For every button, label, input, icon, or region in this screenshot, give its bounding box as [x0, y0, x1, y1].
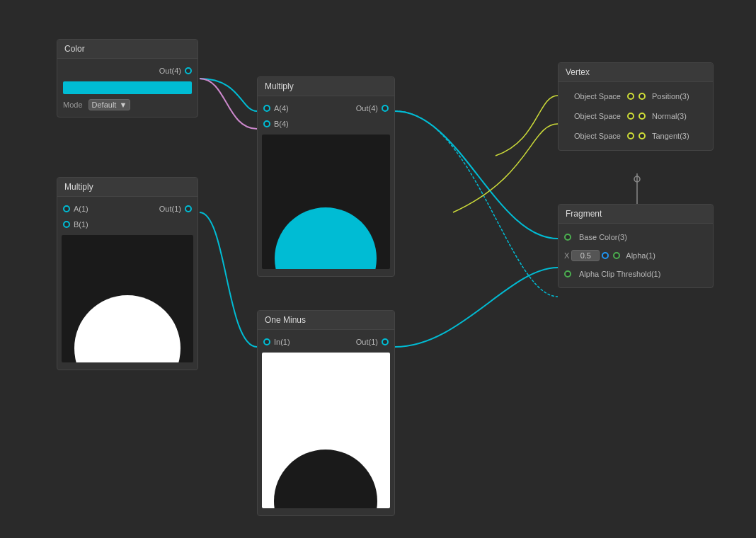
fragment-alpha-left-port[interactable] — [602, 252, 609, 259]
fragment-basecolor-label: Base Color(3) — [579, 233, 627, 241]
vertex-normal-label: Normal(3) — [652, 112, 707, 120]
multiply1-a-port[interactable] — [63, 205, 70, 212]
vertex-position-label: Position(3) — [652, 92, 707, 101]
fragment-alpha-right-port[interactable] — [613, 252, 620, 259]
multiply1-out-port[interactable] — [185, 205, 192, 212]
vertex-normal-row: Object Space Normal(3) — [559, 106, 713, 126]
fragment-node: Fragment Base Color(3) X Alpha(1) Alpha … — [558, 204, 714, 288]
multiply2-out-port[interactable] — [382, 105, 389, 112]
oneminus-in-label: In(1) — [274, 338, 290, 346]
multiply1-out-label: Out(1) — [159, 205, 181, 213]
multiply2-a-port[interactable] — [263, 105, 270, 112]
multiply1-b-label: B(1) — [74, 220, 88, 229]
svg-point-7 — [634, 176, 640, 182]
fragment-title: Fragment — [566, 209, 602, 219]
fragment-alphaclip-row: Alpha Clip Threshold(1) — [559, 265, 713, 283]
vertex-tangent-right-port[interactable] — [638, 132, 646, 139]
vertex-title: Vertex — [566, 67, 590, 77]
multiply2-b-label: B(4) — [274, 120, 289, 128]
oneminus-header: One Minus — [258, 311, 394, 330]
multiply1-a-row: A(1) Out(1) — [57, 201, 197, 217]
multiply2-b-port[interactable] — [263, 120, 270, 127]
color-out-row: Out(4) — [57, 63, 197, 79]
oneminus-node: One Minus In(1) Out(1) — [257, 310, 395, 516]
multiply1-header: Multiply — [57, 178, 197, 197]
fragment-x-label: X — [564, 251, 569, 260]
multiply2-header: Multiply — [258, 77, 394, 96]
multiply2-node: Multiply A(4) Out(4) B(4) — [257, 76, 395, 277]
oneminus-title: One Minus — [265, 315, 306, 325]
multiply2-b-row: B(4) — [258, 116, 394, 132]
vertex-normal-left-label: Object Space — [564, 112, 621, 120]
color-node: Color Out(4) Mode Default ▼ — [57, 39, 198, 118]
fragment-alpha-label: Alpha(1) — [626, 251, 655, 260]
color-node-header: Color — [57, 40, 197, 59]
vertex-normal-right-port[interactable] — [638, 113, 646, 120]
color-mode-label: Mode — [63, 101, 83, 109]
vertex-position-row: Object Space Position(3) — [559, 86, 713, 106]
vertex-position-left-label: Object Space — [564, 92, 621, 101]
multiply1-b-row: B(1) — [57, 217, 197, 232]
vertex-tangent-row: Object Space Tangent(3) — [559, 126, 713, 146]
fragment-basecolor-port[interactable] — [564, 234, 571, 241]
multiply2-title: Multiply — [265, 81, 294, 91]
fragment-alpha-row: X Alpha(1) — [559, 246, 713, 265]
fragment-alphaclip-label: Alpha Clip Threshold(1) — [579, 270, 660, 278]
color-mode-value: Default — [92, 101, 117, 109]
oneminus-out-label: Out(1) — [356, 338, 378, 346]
vertex-position-right-port[interactable] — [638, 93, 646, 100]
oneminus-in-port[interactable] — [263, 338, 270, 345]
color-out-label: Out(4) — [159, 67, 181, 75]
vertex-tangent-left-label: Object Space — [564, 132, 621, 140]
oneminus-preview — [262, 353, 390, 508]
multiply2-out-label: Out(4) — [356, 104, 378, 113]
fragment-alpha-input[interactable] — [571, 250, 600, 261]
multiply1-title: Multiply — [64, 182, 93, 192]
vertex-header: Vertex — [559, 63, 713, 82]
multiply1-preview — [62, 235, 193, 362]
multiply2-preview — [262, 134, 390, 269]
oneminus-out-port[interactable] — [382, 338, 389, 345]
color-node-title: Color — [64, 44, 85, 54]
color-mode-select[interactable]: Default ▼ — [88, 99, 131, 110]
multiply1-a-label: A(1) — [74, 205, 88, 213]
oneminus-in-row: In(1) Out(1) — [258, 334, 394, 350]
vertex-node: Vertex Object Space Position(3) Object S… — [558, 62, 714, 151]
dropdown-arrow-icon: ▼ — [119, 101, 127, 109]
vertex-position-left-port[interactable] — [627, 93, 634, 100]
multiply1-node: Multiply A(1) Out(1) B(1) — [57, 177, 198, 370]
fragment-basecolor-row: Base Color(3) — [559, 228, 713, 246]
fragment-alphaclip-port[interactable] — [564, 270, 571, 277]
vertex-tangent-label: Tangent(3) — [652, 132, 707, 140]
multiply2-a-row: A(4) Out(4) — [258, 101, 394, 116]
multiply2-a-label: A(4) — [274, 104, 289, 113]
color-mode-row: Mode Default ▼ — [57, 97, 197, 113]
vertex-normal-left-port[interactable] — [627, 113, 634, 120]
vertex-tangent-left-port[interactable] — [627, 132, 634, 139]
color-out-port[interactable] — [185, 67, 192, 74]
fragment-header: Fragment — [559, 205, 713, 224]
color-swatch[interactable] — [63, 81, 192, 94]
multiply1-b-port[interactable] — [63, 221, 70, 228]
